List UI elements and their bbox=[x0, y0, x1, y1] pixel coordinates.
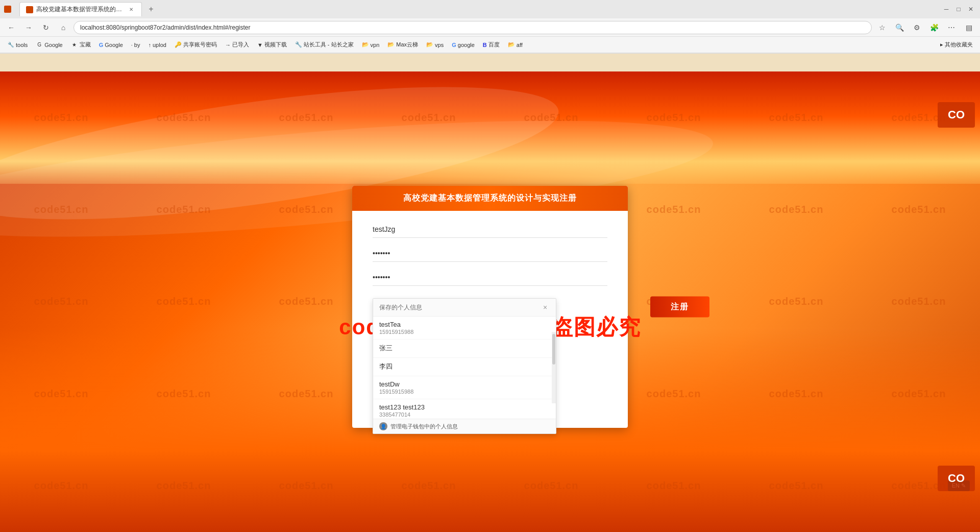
bookmark-aff-label: aff bbox=[517, 42, 523, 48]
dropdown-items-container: testTea 15915915988 张三 李四 bbox=[373, 317, 556, 419]
bookmark-uplod[interactable]: ↑ uplod bbox=[145, 41, 169, 49]
tab-close-btn[interactable]: ✕ bbox=[127, 6, 135, 14]
maximize-btn[interactable]: □ bbox=[953, 4, 964, 14]
bookmark-by[interactable]: · by bbox=[128, 41, 143, 49]
bookmark-baidu[interactable]: B 百度 bbox=[480, 40, 503, 50]
bookmark-video-label: 视频下载 bbox=[264, 41, 287, 49]
bookmark-webmaster-label: 站长工具 - 站长之家 bbox=[304, 41, 354, 49]
dialog-title: 高校党建基本数据管理系统的设计与实现注册 bbox=[403, 194, 577, 202]
title-bar: 高校党建基本数据管理系统的设计... ✕ + ─ □ ✕ bbox=[0, 0, 980, 18]
import-icon: → bbox=[225, 42, 231, 48]
bookmark-vpn-label: vpn bbox=[371, 42, 380, 48]
minimize-btn[interactable]: ─ bbox=[941, 4, 951, 14]
bookmark-vps[interactable]: 📂 vps bbox=[423, 40, 447, 49]
confirm-password-input[interactable] bbox=[373, 271, 607, 283]
dialog-overlay: 高校党建基本数据管理系统的设计与实现注册 code51.cn-源码乐园盗图必究 bbox=[0, 71, 980, 532]
sidebar-btn[interactable]: ▤ bbox=[962, 20, 976, 35]
bookmark-import[interactable]: → 已导入 bbox=[222, 40, 252, 50]
register-dialog: 高校党建基本数据管理系统的设计与实现注册 code51.cn-源码乐园盗图必究 bbox=[352, 186, 628, 428]
confirm-password-field bbox=[373, 271, 607, 286]
autocomplete-item-3[interactable]: testDw 15915915988 bbox=[373, 376, 556, 399]
bookmark-google3-label: google bbox=[458, 42, 475, 48]
co-badge-top-right: CO bbox=[938, 102, 975, 128]
back-button[interactable]: ← bbox=[4, 20, 18, 35]
bookmark-others-label: 其他收藏夹 bbox=[945, 41, 973, 49]
bookmark-uplod-label: uplod bbox=[153, 42, 166, 48]
dropdown-items-wrapper: testTea 15915915988 张三 李四 bbox=[373, 317, 556, 419]
maxvpn-icon: 📂 bbox=[387, 41, 395, 48]
bookmark-vpn[interactable]: 📂 vpn bbox=[359, 40, 383, 49]
bookmark-webmaster[interactable]: 🔧 站长工具 - 站长之家 bbox=[292, 40, 357, 50]
bookmark-tools[interactable]: 🔧 tools bbox=[4, 40, 31, 50]
register-button[interactable]: 注册 bbox=[650, 297, 709, 318]
bookmark-google2[interactable]: G Google bbox=[96, 41, 126, 49]
bookmark-google1-label: Google bbox=[44, 42, 62, 48]
autocomplete-item-4[interactable]: test123 test123 3385477014 bbox=[373, 399, 556, 419]
vps-icon: 📂 bbox=[426, 41, 433, 48]
browser-chrome: 高校党建基本数据管理系统的设计... ✕ + ─ □ ✕ ← → ↻ ⌂ ☆ 🔍… bbox=[0, 0, 980, 54]
bookmark-baidu-label: 百度 bbox=[488, 41, 500, 49]
username-input[interactable] bbox=[373, 223, 607, 235]
video-icon: ▼ bbox=[257, 42, 263, 48]
active-tab[interactable]: 高校党建基本数据管理系统的设计... ✕ bbox=[19, 2, 142, 16]
autocomplete-item-1[interactable]: 张三 bbox=[373, 340, 556, 358]
password-icon: 🔑 bbox=[175, 41, 182, 48]
settings-btn[interactable]: ⚙ bbox=[910, 20, 924, 35]
username-field bbox=[373, 223, 607, 238]
bookmark-aff[interactable]: 📂 aff bbox=[505, 40, 526, 49]
bookmark-tools-label: tools bbox=[16, 42, 28, 48]
dropdown-header: 保存的个人信息 × bbox=[373, 299, 556, 317]
dropdown-footer[interactable]: 👤 管理电子钱包中的个人信息 bbox=[373, 419, 556, 433]
bookmark-password-label: 共享账号密码 bbox=[183, 41, 217, 49]
bookmark-baozang-label: 宝藏 bbox=[80, 41, 91, 49]
dialog-wrapper: 高校党建基本数据管理系统的设计与实现注册 code51.cn-源码乐园盗图必究 bbox=[352, 186, 628, 428]
menu-btn[interactable]: ⋯ bbox=[944, 20, 959, 35]
password-input[interactable] bbox=[373, 247, 607, 259]
extensions-btn[interactable]: 🧩 bbox=[927, 20, 941, 35]
address-bar-row: ← → ↻ ⌂ ☆ 🔍 ⚙ 🧩 ⋯ ▤ bbox=[0, 18, 980, 37]
google1-icon: G bbox=[36, 41, 43, 49]
bookmark-others[interactable]: ▸ 其他收藏夹 bbox=[937, 40, 976, 50]
tab-bar: 高校党建基本数据管理系统的设计... ✕ + bbox=[19, 0, 937, 18]
new-tab-button[interactable]: + bbox=[144, 2, 158, 16]
address-input[interactable] bbox=[74, 21, 872, 34]
bookmark-btn[interactable]: ☆ bbox=[875, 20, 889, 35]
dropdown-scrollbar[interactable] bbox=[552, 332, 556, 403]
vpn-icon: 📂 bbox=[362, 41, 369, 48]
tools-icon: 🔧 bbox=[7, 41, 14, 49]
wallet-icon: 👤 bbox=[379, 422, 387, 430]
aff-icon: 📂 bbox=[508, 41, 515, 48]
bookmark-maxvpn[interactable]: 📂 Max云梯 bbox=[384, 40, 421, 50]
bookmark-google3[interactable]: G google bbox=[449, 41, 478, 49]
autocomplete-item-0[interactable]: testTea 15915915988 bbox=[373, 317, 556, 340]
co-br-text: CO bbox=[948, 472, 965, 485]
item-3-phone: 15915915988 bbox=[379, 389, 550, 395]
item-4-name: test123 test123 bbox=[379, 403, 550, 411]
bookmark-baozang[interactable]: ★ 宝藏 bbox=[68, 40, 94, 50]
autocomplete-item-2[interactable]: 李四 bbox=[373, 358, 556, 376]
bookmarks-toolbar: 🔧 tools G Google ★ 宝藏 G Google · by ↑ up… bbox=[0, 37, 980, 53]
scrollbar-thumb bbox=[552, 334, 555, 365]
bookmark-video[interactable]: ▼ 视频下载 bbox=[254, 40, 290, 50]
google2-icon: G bbox=[99, 42, 104, 48]
tab-title: 高校党建基本数据管理系统的设计... bbox=[36, 5, 124, 14]
bookmark-google1[interactable]: G Google bbox=[33, 40, 65, 50]
co-badge-bottom-right: CO bbox=[938, 466, 975, 491]
close-btn[interactable]: ✕ bbox=[966, 4, 976, 14]
bookmark-vps-label: vps bbox=[435, 42, 444, 48]
home-button[interactable]: ⌂ bbox=[56, 20, 70, 35]
by-icon: · bbox=[131, 42, 133, 48]
zoom-btn[interactable]: 🔍 bbox=[892, 20, 906, 35]
uplod-icon: ↑ bbox=[148, 42, 151, 48]
item-4-phone: 3385477014 bbox=[379, 412, 550, 418]
webmaster-icon: 🔧 bbox=[295, 41, 302, 48]
item-1-name: 张三 bbox=[379, 344, 550, 353]
item-2-name: 李四 bbox=[379, 362, 550, 371]
bookmark-password[interactable]: 🔑 共享账号密码 bbox=[172, 40, 220, 50]
dropdown-close-btn[interactable]: × bbox=[541, 303, 550, 312]
dropdown-header-title: 保存的个人信息 bbox=[379, 303, 422, 312]
autocomplete-dropdown: 保存的个人信息 × testTea 15915915988 bbox=[373, 298, 556, 434]
item-3-name: testDw bbox=[379, 380, 550, 388]
forward-button[interactable]: → bbox=[21, 20, 36, 35]
refresh-button[interactable]: ↻ bbox=[39, 20, 53, 35]
